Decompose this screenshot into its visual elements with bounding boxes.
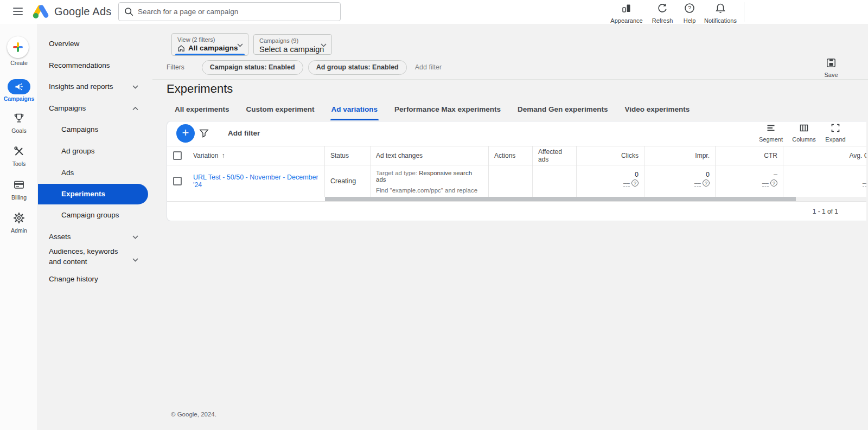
sidebar-item-recommendations[interactable]: Recommendations <box>38 59 152 72</box>
campaigns-rail-label: Campaigns <box>0 95 38 102</box>
url-change-description: Find "example.com/ppc" and replace with … <box>376 187 483 197</box>
campaigns-section-label: Campaigns <box>49 104 86 112</box>
ctr-cell: – ––? <box>716 165 783 197</box>
add-filter-link[interactable]: Add filter <box>415 63 442 71</box>
appearance-button[interactable]: Appearance <box>607 3 646 24</box>
search-input[interactable] <box>138 8 335 16</box>
global-search <box>118 2 341 21</box>
header-affected-ads[interactable]: Affected ads <box>533 146 577 165</box>
header-clicks[interactable]: Clicks <box>577 146 644 165</box>
columns-button[interactable]: Columns <box>787 123 821 143</box>
sidebar-item-campaign-groups[interactable]: Campaign groups <box>38 209 152 222</box>
notifications-icon <box>715 3 726 14</box>
chevron-up-icon <box>132 107 138 111</box>
sidebar-item-audiences[interactable]: Audiences, keywords and content <box>38 246 127 267</box>
segment-label: Segment <box>754 136 788 143</box>
topbar-divider <box>744 2 744 22</box>
table-add-filter[interactable]: Add filter <box>228 129 260 137</box>
header-impr[interactable]: Impr. <box>644 146 716 165</box>
megaphone-icon <box>14 82 24 92</box>
header-variation-label: Variation <box>193 152 218 159</box>
filter-funnel-icon[interactable] <box>199 128 209 139</box>
menu-icon[interactable] <box>13 8 23 15</box>
tab-video-experiments[interactable]: Video experiments <box>624 102 691 119</box>
rail-item-tools[interactable]: Tools <box>0 145 38 167</box>
affected-ads-cell <box>533 165 577 197</box>
campaign-selector[interactable]: Campaigns (9) Select a campaign <box>253 34 332 55</box>
main-content: View (2 filters) All campaigns Campaigns… <box>152 24 868 430</box>
view-selector[interactable]: View (2 filters) All campaigns <box>171 33 248 56</box>
sidebar-item-change-history[interactable]: Change history <box>38 273 152 286</box>
variation-cell: URL Test - 50/50 - November - December '… <box>188 165 325 197</box>
side-nav: Overview Recommendations Insights and re… <box>38 24 152 430</box>
goals-rail-label: Goals <box>0 127 38 134</box>
clicks-value: 0 <box>582 171 639 178</box>
create-button[interactable] <box>7 36 29 58</box>
header-avg-cpc[interactable]: Avg. CPC <box>783 146 866 165</box>
status-cell: Creating <box>325 165 371 197</box>
ctr-placeholder: –– <box>762 179 769 187</box>
row-select-cell <box>167 165 188 197</box>
create-label: Create <box>0 60 38 66</box>
table-header-row: Variation↑ Status Ad text changes Action… <box>167 146 866 165</box>
tools-icon <box>13 145 25 157</box>
sidebar-item-assets[interactable]: Assets <box>38 230 152 243</box>
tab-custom-experiment[interactable]: Custom experiment <box>245 102 316 119</box>
chevron-down-icon <box>321 43 327 47</box>
ad-text-changes-cell: Target ad type: Responsive search ads Fi… <box>371 165 489 197</box>
select-all-checkbox[interactable] <box>173 151 182 160</box>
tab-demand-gen-experiments[interactable]: Demand Gen experiments <box>516 102 609 119</box>
add-variation-button[interactable]: + <box>176 124 195 143</box>
sidebar-item-campaigns[interactable]: Campaigns <box>38 123 152 136</box>
chevron-down-icon <box>132 235 138 239</box>
variation-link[interactable]: URL Test - 50/50 - November - December '… <box>193 174 319 189</box>
notifications-button[interactable]: Notifications <box>701 3 740 24</box>
tab-performance-max-experiments[interactable]: Performance Max experiments <box>393 102 502 119</box>
filter-chip-campaign-status[interactable]: Campaign status: Enabled <box>202 60 303 75</box>
sidebar-item-overview[interactable]: Overview <box>38 37 152 50</box>
view-selector-value: All campaigns <box>188 44 238 52</box>
segment-button[interactable]: Segment <box>754 123 788 143</box>
rail-item-billing[interactable]: Billing <box>0 179 38 201</box>
create-label-block: Create <box>0 60 38 66</box>
expand-button[interactable]: Expand <box>819 123 852 143</box>
notifications-label: Notifications <box>701 17 740 24</box>
brand: Google Ads <box>33 4 111 18</box>
rail-item-campaigns[interactable] <box>8 79 30 94</box>
ctr-value: – <box>721 171 777 178</box>
columns-label: Columns <box>787 136 821 143</box>
tools-rail-label: Tools <box>0 161 38 167</box>
campaigns-label-block: Campaigns <box>0 95 38 102</box>
table-toolbar: + Add filter Segment Columns Expand <box>167 121 866 146</box>
sidebar-item-experiments[interactable]: Experiments <box>38 184 148 204</box>
rail-item-goals[interactable]: Goals <box>0 112 38 134</box>
help-circle-icon[interactable]: ? <box>631 179 639 187</box>
campaign-selector-label: Campaigns (9) <box>254 35 331 44</box>
filter-chip-ad-group-status[interactable]: Ad group status: Enabled <box>308 60 407 75</box>
header-ad-text-changes[interactable]: Ad text changes <box>371 146 489 165</box>
sidebar-item-ads[interactable]: Ads <box>38 166 152 179</box>
page-title: Experiments <box>167 82 233 96</box>
help-circle-icon[interactable]: ? <box>770 179 777 187</box>
tab-all-experiments[interactable]: All experiments <box>174 102 231 119</box>
header-ctr[interactable]: CTR <box>716 146 783 165</box>
tab-ad-variations[interactable]: Ad variations <box>330 102 379 119</box>
topbar: Google Ads Appearance Refresh ? Help Not… <box>0 0 868 24</box>
avg-cpc-cell: – ––? <box>783 165 866 197</box>
section-divider <box>152 79 868 80</box>
help-circle-icon[interactable]: ? <box>703 179 710 187</box>
admin-rail-label: Admin <box>0 227 38 234</box>
header-actions[interactable]: Actions <box>489 146 533 165</box>
sidebar-item-ad-groups[interactable]: Ad groups <box>38 145 152 158</box>
sidebar-item-campaigns-section[interactable]: Campaigns <box>38 102 152 115</box>
rail-item-admin[interactable]: Admin <box>0 212 38 234</box>
sidebar-item-insights-reports[interactable]: Insights and reports <box>38 80 152 93</box>
ad-variations-table-card: + Add filter Segment Columns Expand Vari… <box>167 121 866 221</box>
save-button[interactable]: Save <box>819 57 844 78</box>
header-variation[interactable]: Variation↑ <box>188 146 325 165</box>
horizontal-scrollbar-thumb[interactable] <box>325 197 796 201</box>
horizontal-scrollbar-track <box>325 197 866 201</box>
select-all-cell <box>167 146 188 165</box>
header-status[interactable]: Status <box>325 146 371 165</box>
row-checkbox[interactable] <box>173 177 182 185</box>
